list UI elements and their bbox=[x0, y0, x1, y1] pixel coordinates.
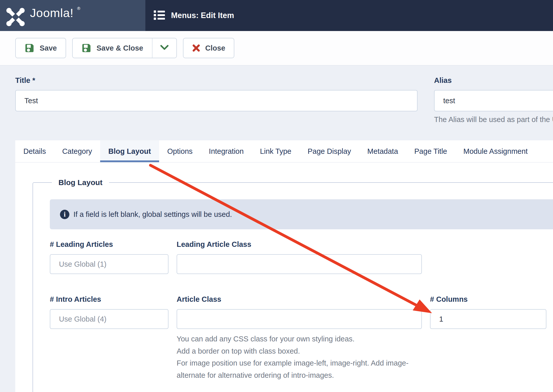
columns-group: # Columns bbox=[430, 295, 546, 329]
tab-options[interactable]: Options bbox=[159, 140, 201, 162]
article-class-help-line: Add a border on top with class boxed. bbox=[177, 345, 417, 357]
article-class-group: Article Class bbox=[177, 295, 422, 329]
title-input[interactable] bbox=[15, 90, 418, 111]
article-class-help-line: You can add any CSS class for your own s… bbox=[177, 333, 417, 345]
registered-mark: ® bbox=[77, 6, 81, 11]
article-class-help: You can add any CSS class for your own s… bbox=[177, 333, 417, 381]
intro-articles-input[interactable] bbox=[50, 309, 168, 329]
title-label: Title * bbox=[15, 76, 418, 85]
save-options-dropdown-toggle[interactable] bbox=[152, 38, 176, 58]
tab-details[interactable]: Details bbox=[15, 140, 54, 162]
floppy-disk-icon bbox=[24, 43, 35, 53]
page-title: Menus: Edit Item bbox=[171, 11, 234, 20]
info-alert: i If a field is left blank, global setti… bbox=[50, 199, 553, 229]
alias-field-group: Alias The Alias will be used as part of … bbox=[434, 76, 553, 124]
joomla-logo-mark-icon bbox=[5, 6, 26, 29]
info-circle-icon: i bbox=[60, 210, 69, 219]
joomla-logo: Joomla! ® bbox=[5, 2, 80, 29]
article-class-input[interactable] bbox=[177, 309, 422, 329]
intro-articles-group: # Intro Articles bbox=[50, 295, 168, 329]
leading-article-class-label: Leading Article Class bbox=[177, 240, 422, 249]
floppy-disk-icon bbox=[81, 43, 91, 53]
tab-link-type[interactable]: Link Type bbox=[252, 140, 300, 162]
leading-articles-group: # Leading Articles bbox=[50, 240, 168, 274]
close-button-label: Close bbox=[205, 44, 225, 52]
brand-area: Joomla! ® bbox=[0, 0, 145, 31]
chevron-down-icon bbox=[160, 45, 169, 51]
intro-articles-label: # Intro Articles bbox=[50, 295, 168, 304]
save-close-split-button: Save & Close bbox=[72, 38, 177, 58]
columns-label: # Columns bbox=[430, 295, 546, 304]
logo-wordmark: Joomla! bbox=[30, 2, 74, 24]
edit-item-tabs: Details Category Blog Layout Options Int… bbox=[15, 140, 553, 162]
tab-page-title[interactable]: Page Title bbox=[406, 140, 455, 162]
leading-articles-input[interactable] bbox=[50, 254, 168, 274]
save-button-label: Save bbox=[40, 44, 57, 52]
article-class-label: Article Class bbox=[177, 295, 422, 304]
leading-articles-label: # Leading Articles bbox=[50, 240, 168, 249]
save-close-button[interactable]: Save & Close bbox=[73, 38, 152, 58]
article-class-help-line: For image position use for example image… bbox=[177, 357, 417, 381]
blog-layout-legend: Blog Layout bbox=[52, 178, 109, 187]
app-header: Joomla! ® Menus: Edit Item bbox=[0, 0, 553, 31]
close-button[interactable]: Close bbox=[183, 38, 235, 58]
leading-article-class-input[interactable] bbox=[177, 254, 422, 274]
tab-category[interactable]: Category bbox=[54, 140, 100, 162]
tab-page-display[interactable]: Page Display bbox=[299, 140, 359, 162]
leading-article-class-group: Leading Article Class bbox=[177, 240, 422, 274]
tab-metadata[interactable]: Metadata bbox=[359, 140, 406, 162]
x-mark-icon bbox=[192, 44, 200, 52]
list-icon bbox=[154, 10, 165, 21]
alias-input[interactable] bbox=[434, 90, 553, 111]
alias-help-text: The Alias will be used as part of the UR… bbox=[434, 115, 553, 124]
tab-module-assignment[interactable]: Module Assignment bbox=[455, 140, 536, 162]
info-alert-text: If a field is left blank, global setting… bbox=[73, 210, 232, 219]
save-button[interactable]: Save bbox=[15, 38, 66, 58]
columns-input[interactable] bbox=[430, 309, 546, 329]
tab-integration[interactable]: Integration bbox=[201, 140, 252, 162]
tab-blog-layout[interactable]: Blog Layout bbox=[100, 140, 159, 162]
toolbar: Save Save & Close bbox=[0, 31, 553, 66]
alias-label: Alias bbox=[434, 76, 553, 85]
title-field-group: Title * bbox=[15, 76, 418, 111]
title-bar: Menus: Edit Item bbox=[145, 0, 553, 31]
save-close-button-label: Save & Close bbox=[97, 44, 143, 52]
